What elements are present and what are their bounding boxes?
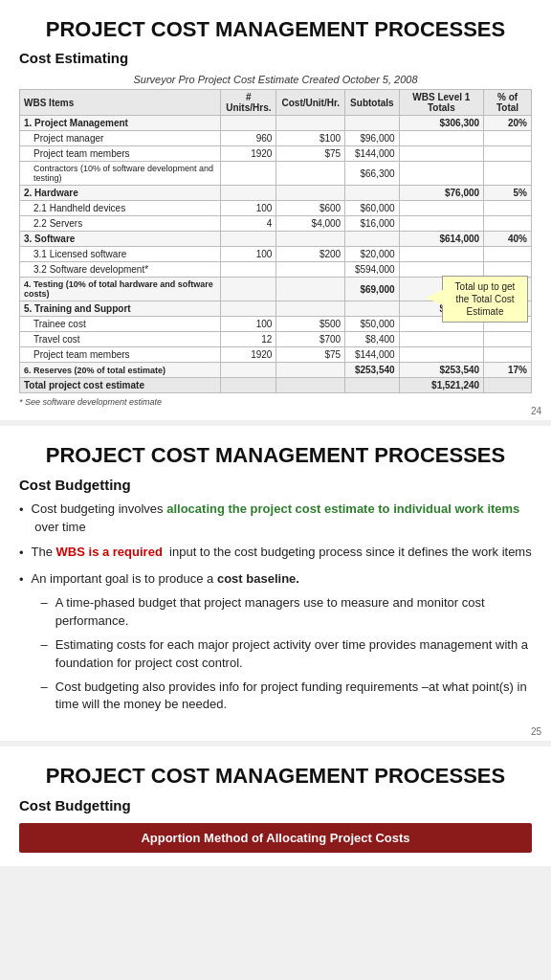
table-row: 2. Hardware$76,0005% bbox=[20, 186, 532, 201]
table-row: 2.1 Handheld devices100$600$60,000 bbox=[20, 201, 532, 216]
slide-3-subtitle: Cost Budgetting bbox=[19, 797, 532, 813]
slide-3-title: PROJECT COST MANAGEMENT PROCESSES bbox=[19, 764, 532, 789]
highlight-allocating: allocating the project cost estimate to … bbox=[166, 501, 519, 516]
bullet-text-3: An important goal is to produce a cost b… bbox=[32, 571, 299, 586]
bullet-item-3: An important goal is to produce a cost b… bbox=[19, 570, 532, 720]
bullet-item-2: The WBS is a required input to the cost … bbox=[19, 544, 532, 563]
table-row: 3.1 Licensed software100$200$20,000 bbox=[20, 247, 532, 262]
table-row: Project team members1920$75$144,000 bbox=[20, 347, 532, 363]
table-row: Contractors (10% of software development… bbox=[20, 162, 532, 186]
col-wbs-totals: WBS Level 1 Totals bbox=[399, 90, 484, 116]
sub-text-1: A time-phased budget that project manage… bbox=[55, 594, 532, 631]
bullet-item-1: Cost budgeting involves allocating the p… bbox=[19, 501, 532, 537]
col-subtotals: Subtotals bbox=[345, 90, 399, 116]
bullet-text-2: The WBS is a required input to the cost … bbox=[32, 544, 532, 562]
table-row: 2.2 Servers4$4,000$16,000 bbox=[20, 216, 532, 232]
table-row: Project team members1920$75$144,000 bbox=[20, 146, 532, 162]
table-row: 1. Project Management$306,30020% bbox=[20, 116, 532, 131]
table-row: Project manager960$100$96,000 bbox=[20, 131, 532, 146]
col-cost: Cost/Unit/Hr. bbox=[276, 90, 345, 116]
table-row: 6. Reserves (20% of total estimate)$253,… bbox=[20, 363, 532, 378]
slide-3: PROJECT COST MANAGEMENT PROCESSES Cost B… bbox=[0, 746, 551, 865]
table-row-total: Total project cost estimate$1,521,240 bbox=[20, 378, 532, 393]
slide-2-subtitle: Cost Budgetting bbox=[19, 477, 532, 493]
sub-bullet-3: Cost budgeting also provides info for pr… bbox=[41, 679, 532, 715]
apportionment-bar: Apportion Method of Allocating Project C… bbox=[19, 823, 532, 853]
sub-bullet-2: Estimating costs for each major project … bbox=[41, 636, 532, 673]
slide-2: PROJECT COST MANAGEMENT PROCESSES Cost B… bbox=[0, 426, 551, 741]
bullet-text-3-container: An important goal is to produce a cost b… bbox=[32, 570, 532, 720]
col-pct: % of Total bbox=[484, 90, 532, 116]
slide-1: PROJECT COST MANAGEMENT PROCESSES Cost E… bbox=[0, 0, 551, 420]
cost-table: WBS Items # Units/Hrs. Cost/Unit/Hr. Sub… bbox=[19, 89, 532, 393]
slide-1-subtitle: Cost Estimating bbox=[19, 50, 532, 66]
sub-text-3: Cost budgeting also provides info for pr… bbox=[55, 679, 532, 715]
bullet-list: Cost budgeting involves allocating the p… bbox=[19, 501, 532, 720]
col-units: # Units/Hrs. bbox=[221, 90, 276, 116]
cost-baseline-text: cost baseline. bbox=[217, 571, 299, 586]
sub-bullet-list: A time-phased budget that project manage… bbox=[41, 594, 532, 714]
table-row: 3. Software$614,00040% bbox=[20, 232, 532, 247]
slide-2-title: PROJECT COST MANAGEMENT PROCESSES bbox=[19, 443, 532, 468]
slide-1-title: PROJECT COST MANAGEMENT PROCESSES bbox=[19, 17, 532, 42]
table-row: Travel cost12$700$8,400 bbox=[20, 332, 532, 347]
bullet-text-1: Cost budgeting involves allocating the p… bbox=[32, 501, 532, 537]
highlight-wbs: WBS is a required bbox=[56, 545, 163, 559]
callout-tooltip: Total up to get the Total Cost Estimate bbox=[442, 276, 528, 323]
col-wbs: WBS Items bbox=[20, 90, 221, 116]
sub-bullet-1: A time-phased budget that project manage… bbox=[41, 594, 532, 631]
footnote: * See software development estimate bbox=[19, 397, 532, 407]
slide-number: 24 bbox=[531, 406, 541, 416]
sub-text-2: Estimating costs for each major project … bbox=[55, 636, 532, 673]
slide-2-number: 25 bbox=[531, 726, 541, 737]
table-title: Surveyor Pro Project Cost Estimate Creat… bbox=[19, 74, 532, 85]
